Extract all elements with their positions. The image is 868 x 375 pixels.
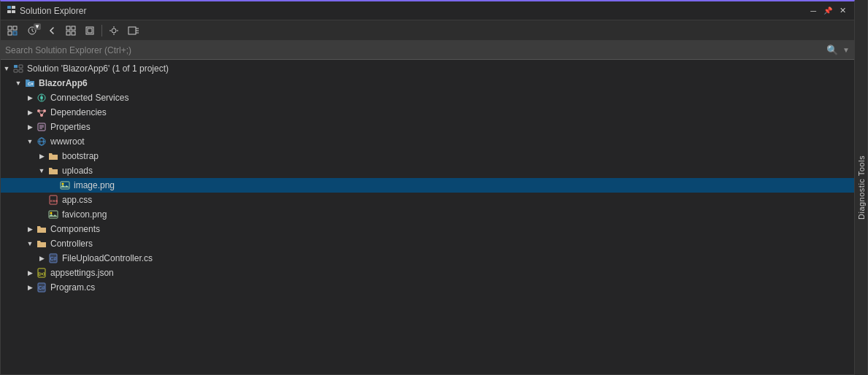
pending-changes-button[interactable]: ▼ bbox=[23, 23, 42, 39]
item-icon-csharp: C# bbox=[36, 282, 47, 293]
tree-item-appsettings-json[interactable]: {js} appsettings.json bbox=[1, 266, 854, 280]
item-label: Dependencies bbox=[50, 107, 107, 117]
item-label: Components bbox=[50, 224, 100, 234]
item-icon-json: {js} bbox=[36, 267, 47, 279]
svg-rect-3 bbox=[12, 10, 15, 13]
tree-item-project[interactable]: C# BlazorApp6 bbox=[1, 76, 854, 90]
expand-arrow[interactable] bbox=[24, 282, 36, 293]
svg-text:C#: C# bbox=[50, 256, 57, 261]
svg-point-15 bbox=[112, 28, 116, 33]
item-label: BlazorApp6 bbox=[39, 78, 88, 88]
title-bar-right[interactable]: ─ 📌 ✕ bbox=[808, 6, 848, 15]
tree-item-components[interactable]: Components bbox=[1, 222, 854, 236]
svg-rect-2 bbox=[7, 10, 11, 13]
sync-namespaces-button[interactable] bbox=[4, 23, 21, 39]
search-bar: 🔍 ▼ bbox=[1, 41, 854, 60]
expand-arrow[interactable] bbox=[24, 121, 36, 133]
item-icon-globe bbox=[36, 136, 47, 147]
tree-item-bootstrap[interactable]: bootstrap bbox=[1, 149, 854, 163]
pin-icon[interactable]: 📌 bbox=[821, 7, 834, 15]
tree-item-favicon-png[interactable]: favicon.png bbox=[1, 207, 854, 222]
expand-arrow[interactable] bbox=[36, 150, 47, 162]
item-label: Program.cs bbox=[50, 282, 95, 293]
search-options-button[interactable]: ▼ bbox=[842, 46, 850, 54]
item-icon-folder bbox=[36, 223, 47, 235]
item-label: Solution 'BlazorApp6' (1 of 1 project) bbox=[27, 63, 169, 74]
diagnostic-tools-sidebar[interactable]: Diagnostic Tools bbox=[855, 0, 868, 375]
tree-container[interactable]: Solution 'BlazorApp6' (1 of 1 project) C… bbox=[1, 60, 854, 374]
properties-button[interactable] bbox=[105, 23, 123, 39]
svg-rect-24 bbox=[14, 65, 18, 68]
svg-line-37 bbox=[42, 112, 44, 115]
item-icon-connected-services bbox=[36, 92, 47, 104]
svg-rect-1 bbox=[12, 6, 15, 9]
expand-arrow[interactable] bbox=[12, 77, 24, 89]
item-label: FileUploadController.cs bbox=[62, 253, 153, 263]
item-icon-csharp: C# bbox=[47, 252, 59, 264]
svg-text:css: css bbox=[50, 198, 58, 203]
tree-item-solution[interactable]: Solution 'BlazorApp6' (1 of 1 project) bbox=[1, 61, 854, 76]
collapse-all-button[interactable] bbox=[62, 23, 80, 39]
item-label: uploads bbox=[62, 166, 93, 176]
item-icon-folder bbox=[47, 165, 59, 177]
item-icon-css: css bbox=[47, 194, 59, 206]
toolbar: ▼ bbox=[1, 20, 854, 41]
svg-rect-4 bbox=[8, 26, 12, 30]
title-bar: Solution Explorer ─ 📌 ✕ bbox=[1, 1, 854, 20]
item-icon-image bbox=[47, 209, 59, 220]
expand-arrow[interactable] bbox=[24, 92, 36, 104]
tree-item-program-cs[interactable]: C# Program.cs bbox=[1, 280, 854, 295]
show-all-files-button[interactable] bbox=[81, 23, 99, 39]
item-label: wwwroot bbox=[50, 136, 85, 147]
item-icon-project: C# bbox=[24, 77, 36, 89]
expand-arrow[interactable] bbox=[36, 252, 47, 264]
expand-arrow-none bbox=[36, 209, 47, 220]
svg-point-32 bbox=[37, 109, 40, 112]
svg-rect-6 bbox=[8, 31, 12, 35]
close-button[interactable]: ✕ bbox=[837, 6, 848, 15]
svg-rect-12 bbox=[72, 31, 75, 35]
svg-text:C#: C# bbox=[28, 82, 34, 86]
tree-item-app-css[interactable]: css app.css bbox=[1, 193, 854, 207]
svg-rect-26 bbox=[14, 69, 18, 72]
item-label: favicon.png bbox=[62, 209, 107, 220]
svg-rect-7 bbox=[13, 31, 17, 35]
item-label: Properties bbox=[50, 122, 91, 132]
expand-arrow[interactable] bbox=[24, 107, 36, 118]
svg-text:{js}: {js} bbox=[38, 271, 45, 276]
tree-item-dependencies[interactable]: Dependencies bbox=[1, 105, 854, 120]
svg-rect-27 bbox=[19, 69, 23, 72]
expand-arrow[interactable] bbox=[1, 63, 12, 74]
expand-arrow[interactable] bbox=[36, 165, 47, 177]
svg-rect-11 bbox=[66, 31, 70, 35]
tree-item-image-png[interactable]: image.png bbox=[1, 178, 854, 193]
item-label: app.css bbox=[62, 195, 92, 205]
item-icon-folder bbox=[36, 238, 47, 250]
expand-arrow[interactable] bbox=[24, 267, 36, 279]
expand-arrow[interactable] bbox=[24, 136, 36, 147]
expand-arrow[interactable] bbox=[24, 238, 36, 250]
pin-button[interactable]: ─ bbox=[808, 7, 818, 15]
diagnostic-tools-label: Diagnostic Tools bbox=[857, 155, 866, 220]
tree-item-controllers[interactable]: Controllers bbox=[1, 236, 854, 251]
tree-item-connected-services[interactable]: Connected Services bbox=[1, 90, 854, 105]
svg-line-36 bbox=[39, 112, 41, 115]
item-icon-folder bbox=[47, 150, 59, 162]
title-bar-left: Solution Explorer bbox=[7, 4, 86, 17]
tree-item-properties[interactable]: Properties bbox=[1, 120, 854, 134]
search-input[interactable] bbox=[5, 45, 822, 55]
tree-item-uploads[interactable]: uploads bbox=[1, 163, 854, 178]
preview-button[interactable] bbox=[124, 23, 143, 39]
svg-rect-5 bbox=[13, 26, 17, 30]
back-button[interactable] bbox=[43, 23, 61, 39]
item-label: image.png bbox=[74, 180, 115, 190]
expand-arrow-none bbox=[36, 194, 47, 206]
item-icon-properties bbox=[36, 121, 47, 133]
expand-arrow-none bbox=[47, 179, 59, 191]
tree-item-wwwroot[interactable]: wwwroot bbox=[1, 134, 854, 149]
svg-rect-45 bbox=[61, 182, 69, 189]
solution-explorer-icon bbox=[7, 4, 17, 17]
svg-rect-9 bbox=[66, 26, 70, 30]
expand-arrow[interactable] bbox=[24, 223, 36, 235]
tree-item-fileupload-controller[interactable]: C# FileUploadController.cs bbox=[1, 251, 854, 266]
